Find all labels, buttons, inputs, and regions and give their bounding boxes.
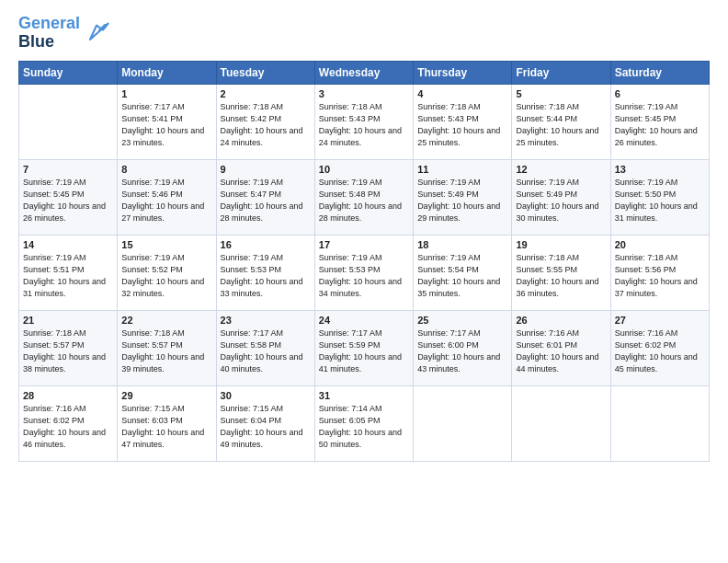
day-info: Sunrise: 7:19 AMSunset: 5:52 PMDaylight:… [121,252,211,300]
day-info: Sunrise: 7:19 AMSunset: 5:45 PMDaylight:… [23,177,113,224]
day-number: 8 [121,164,211,175]
day-cell: 10 Sunrise: 7:19 AMSunset: 5:48 PMDaylig… [314,159,413,235]
day-info: Sunrise: 7:19 AMSunset: 5:53 PMDaylight:… [221,252,311,300]
day-cell [414,385,512,461]
week-row-2: 7 Sunrise: 7:19 AMSunset: 5:45 PMDayligh… [19,159,710,235]
week-row-3: 14 Sunrise: 7:19 AMSunset: 5:51 PMDaylig… [19,235,710,310]
day-number: 17 [319,239,409,250]
day-cell: 28 Sunrise: 7:16 AMSunset: 6:02 PMDaylig… [19,385,118,461]
day-cell: 12 Sunrise: 7:19 AMSunset: 5:49 PMDaylig… [512,159,610,235]
day-number: 4 [417,88,507,99]
day-info: Sunrise: 7:19 AMSunset: 5:53 PMDaylight:… [319,252,409,300]
day-cell: 2 Sunrise: 7:18 AMSunset: 5:42 PMDayligh… [216,84,314,159]
day-cell [512,385,610,461]
col-header-monday: Monday [118,61,216,84]
day-number: 6 [615,88,705,99]
logo: GeneralBlue [18,15,109,52]
day-cell: 8 Sunrise: 7:19 AMSunset: 5:46 PMDayligh… [118,159,216,235]
day-info: Sunrise: 7:19 AMSunset: 5:48 PMDaylight:… [319,177,409,224]
day-info: Sunrise: 7:18 AMSunset: 5:42 PMDaylight:… [221,101,311,149]
day-info: Sunrise: 7:19 AMSunset: 5:49 PMDaylight:… [516,177,606,224]
col-header-tuesday: Tuesday [216,61,314,84]
day-number: 26 [516,315,606,326]
day-info: Sunrise: 7:16 AMSunset: 6:02 PMDaylight:… [615,327,705,375]
day-info: Sunrise: 7:17 AMSunset: 5:58 PMDaylight:… [221,327,311,375]
day-cell: 19 Sunrise: 7:18 AMSunset: 5:55 PMDaylig… [512,235,610,310]
day-cell: 20 Sunrise: 7:18 AMSunset: 5:56 PMDaylig… [610,235,709,310]
day-number: 20 [615,239,705,250]
day-cell: 26 Sunrise: 7:16 AMSunset: 6:01 PMDaylig… [512,310,610,385]
day-number: 11 [417,164,507,175]
day-number: 19 [516,239,606,250]
day-number: 18 [417,239,507,250]
col-header-friday: Friday [512,61,610,84]
calendar-table: SundayMondayTuesdayWednesdayThursdayFrid… [18,61,710,462]
day-cell: 15 Sunrise: 7:19 AMSunset: 5:52 PMDaylig… [118,235,216,310]
day-info: Sunrise: 7:18 AMSunset: 5:57 PMDaylight:… [23,327,113,375]
day-cell: 30 Sunrise: 7:15 AMSunset: 6:04 PMDaylig… [216,385,314,461]
day-info: Sunrise: 7:18 AMSunset: 5:44 PMDaylight:… [516,101,606,149]
day-info: Sunrise: 7:18 AMSunset: 5:57 PMDaylight:… [121,327,211,375]
logo-icon [84,20,109,46]
header-row: SundayMondayTuesdayWednesdayThursdayFrid… [19,61,710,84]
logo-text: GeneralBlue [18,15,80,52]
day-cell: 24 Sunrise: 7:17 AMSunset: 5:59 PMDaylig… [314,310,413,385]
day-info: Sunrise: 7:17 AMSunset: 6:00 PMDaylight:… [417,327,507,375]
day-cell: 5 Sunrise: 7:18 AMSunset: 5:44 PMDayligh… [512,84,610,159]
day-number: 23 [221,315,311,326]
day-info: Sunrise: 7:14 AMSunset: 6:05 PMDaylight:… [319,403,409,451]
week-row-5: 28 Sunrise: 7:16 AMSunset: 6:02 PMDaylig… [19,385,710,461]
day-cell: 18 Sunrise: 7:19 AMSunset: 5:54 PMDaylig… [414,235,512,310]
day-cell: 13 Sunrise: 7:19 AMSunset: 5:50 PMDaylig… [610,159,709,235]
day-number: 16 [221,239,311,250]
day-number: 25 [417,315,507,326]
day-info: Sunrise: 7:18 AMSunset: 5:55 PMDaylight:… [516,252,606,300]
day-info: Sunrise: 7:19 AMSunset: 5:50 PMDaylight:… [615,177,705,224]
day-number: 13 [615,164,705,175]
day-cell: 1 Sunrise: 7:17 AMSunset: 5:41 PMDayligh… [118,84,216,159]
day-info: Sunrise: 7:19 AMSunset: 5:54 PMDaylight:… [417,252,507,300]
day-number: 9 [221,164,311,175]
day-cell: 22 Sunrise: 7:18 AMSunset: 5:57 PMDaylig… [118,310,216,385]
col-header-saturday: Saturday [610,61,709,84]
day-number: 1 [121,88,211,99]
day-number: 21 [23,315,113,326]
day-cell: 31 Sunrise: 7:14 AMSunset: 6:05 PMDaylig… [314,385,413,461]
day-info: Sunrise: 7:18 AMSunset: 5:56 PMDaylight:… [615,252,705,300]
day-cell: 21 Sunrise: 7:18 AMSunset: 5:57 PMDaylig… [19,310,118,385]
day-number: 28 [23,390,113,401]
day-number: 29 [121,390,211,401]
day-cell: 17 Sunrise: 7:19 AMSunset: 5:53 PMDaylig… [314,235,413,310]
header: GeneralBlue [18,15,710,52]
day-number: 2 [221,88,311,99]
day-cell: 6 Sunrise: 7:19 AMSunset: 5:45 PMDayligh… [610,84,709,159]
day-number: 30 [221,390,311,401]
day-cell: 3 Sunrise: 7:18 AMSunset: 5:43 PMDayligh… [314,84,413,159]
page: GeneralBlue SundayMondayTuesdayWednesday… [0,0,728,471]
week-row-4: 21 Sunrise: 7:18 AMSunset: 5:57 PMDaylig… [19,310,710,385]
day-info: Sunrise: 7:18 AMSunset: 5:43 PMDaylight:… [319,101,409,149]
day-cell: 11 Sunrise: 7:19 AMSunset: 5:49 PMDaylig… [414,159,512,235]
day-cell: 9 Sunrise: 7:19 AMSunset: 5:47 PMDayligh… [216,159,314,235]
day-info: Sunrise: 7:17 AMSunset: 5:59 PMDaylight:… [319,327,409,375]
day-number: 15 [121,239,211,250]
day-cell: 23 Sunrise: 7:17 AMSunset: 5:58 PMDaylig… [216,310,314,385]
day-cell: 4 Sunrise: 7:18 AMSunset: 5:43 PMDayligh… [414,84,512,159]
day-cell: 16 Sunrise: 7:19 AMSunset: 5:53 PMDaylig… [216,235,314,310]
day-cell: 29 Sunrise: 7:15 AMSunset: 6:03 PMDaylig… [118,385,216,461]
day-number: 22 [121,315,211,326]
day-cell: 7 Sunrise: 7:19 AMSunset: 5:45 PMDayligh… [19,159,118,235]
day-cell: 27 Sunrise: 7:16 AMSunset: 6:02 PMDaylig… [610,310,709,385]
day-number: 14 [23,239,113,250]
day-info: Sunrise: 7:19 AMSunset: 5:45 PMDaylight:… [615,101,705,149]
day-info: Sunrise: 7:19 AMSunset: 5:49 PMDaylight:… [417,177,507,224]
day-info: Sunrise: 7:19 AMSunset: 5:46 PMDaylight:… [121,177,211,224]
day-info: Sunrise: 7:15 AMSunset: 6:03 PMDaylight:… [121,403,211,451]
day-number: 24 [319,315,409,326]
day-cell: 25 Sunrise: 7:17 AMSunset: 6:00 PMDaylig… [414,310,512,385]
day-number: 10 [319,164,409,175]
week-row-1: 1 Sunrise: 7:17 AMSunset: 5:41 PMDayligh… [19,84,710,159]
day-info: Sunrise: 7:16 AMSunset: 6:02 PMDaylight:… [23,403,113,451]
day-number: 31 [319,390,409,401]
day-info: Sunrise: 7:17 AMSunset: 5:41 PMDaylight:… [121,101,211,149]
